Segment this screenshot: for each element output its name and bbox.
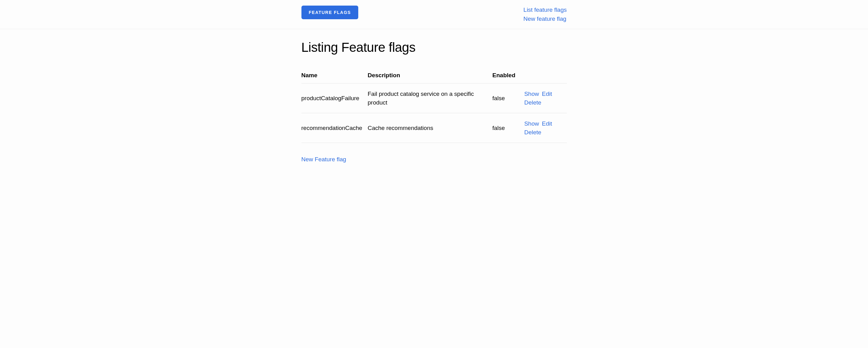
header-bar: Feature Flags List feature flags New fea… bbox=[0, 0, 868, 29]
flag-enabled: false bbox=[492, 83, 524, 113]
edit-link[interactable]: Edit bbox=[542, 91, 552, 97]
flag-name: productCatalogFailure bbox=[302, 83, 368, 113]
new-feature-flag-link[interactable]: New Feature flag bbox=[302, 156, 346, 163]
feature-flags-table: Name Description Enabled productCatalogF… bbox=[302, 69, 567, 143]
table-row: recommendationCacheCache recommendations… bbox=[302, 113, 567, 143]
nav-list-feature-flags[interactable]: List feature flags bbox=[523, 6, 566, 14]
table-header-name: Name bbox=[302, 69, 368, 83]
show-link[interactable]: Show bbox=[524, 120, 539, 127]
delete-link[interactable]: Delete bbox=[524, 99, 541, 106]
flag-enabled: false bbox=[492, 113, 524, 143]
page-title: Listing Feature flags bbox=[302, 40, 567, 55]
brand-button[interactable]: Feature Flags bbox=[302, 6, 359, 19]
flag-actions: Show Edit Delete bbox=[524, 83, 567, 113]
table-header-enabled: Enabled bbox=[492, 69, 524, 83]
edit-link[interactable]: Edit bbox=[542, 120, 552, 127]
flag-actions: Show Edit Delete bbox=[524, 113, 567, 143]
flag-name: recommendationCache bbox=[302, 113, 368, 143]
delete-link[interactable]: Delete bbox=[524, 129, 541, 136]
flag-description: Fail product catalog service on a specif… bbox=[368, 83, 492, 113]
flag-description: Cache recommendations bbox=[368, 113, 492, 143]
table-header-description: Description bbox=[368, 69, 492, 83]
nav-links: List feature flags New feature flag bbox=[523, 6, 566, 23]
table-row: productCatalogFailureFail product catalo… bbox=[302, 83, 567, 113]
show-link[interactable]: Show bbox=[524, 91, 539, 97]
nav-new-feature-flag[interactable]: New feature flag bbox=[523, 14, 566, 24]
table-header-actions bbox=[524, 69, 567, 83]
